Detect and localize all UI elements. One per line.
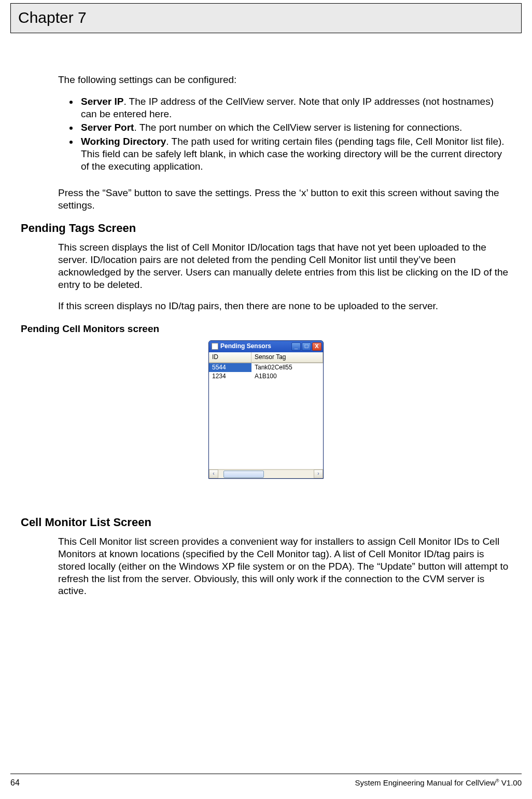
- table-row[interactable]: 5544 Tank02Cell55: [209, 363, 323, 372]
- window-titlebar[interactable]: Pending Sensors _ □ X: [209, 341, 323, 352]
- chapter-title: Chapter 7: [18, 9, 87, 26]
- list-item: Server IP. The IP address of the CellVie…: [79, 95, 508, 120]
- bullet-label: Working Directory: [81, 136, 166, 147]
- section-pending-title: Pending Tags Screen: [21, 221, 511, 236]
- figure-caption: Pending Cell Monitors screen: [21, 323, 511, 335]
- page-footer: 64 System Engineering Manual for CellVie…: [10, 774, 522, 788]
- column-header-id[interactable]: ID: [209, 352, 251, 363]
- cell-tag: Tank02Cell55: [251, 363, 323, 372]
- minimize-icon: _: [295, 343, 298, 350]
- pending-p2: If this screen displays no ID/tag pairs,…: [58, 300, 511, 312]
- list-area[interactable]: 5544 Tank02Cell55 1234 A1B100: [209, 363, 323, 469]
- horizontal-scrollbar[interactable]: ‹ ›: [209, 469, 323, 478]
- cell-id: 5544: [209, 363, 251, 372]
- close-icon: X: [315, 343, 318, 350]
- settings-list: Server IP. The IP address of the CellVie…: [79, 95, 511, 173]
- page-content: The following settings can be configured…: [0, 33, 532, 597]
- figure-wrapper: Pending Sensors _ □ X ID Sensor Tag 5544: [21, 340, 511, 479]
- section-list-title: Cell Monitor List Screen: [21, 515, 511, 530]
- window-title: Pending Sensors: [220, 342, 271, 350]
- list-p1: This Cell Monitor list screen provides a…: [58, 535, 511, 597]
- scroll-left-button[interactable]: ‹: [209, 470, 218, 478]
- footer-text-1: System Engineering Manual for CellView: [355, 778, 496, 787]
- registered-mark: ®: [496, 778, 499, 783]
- app-icon: [212, 343, 218, 350]
- bullet-text: . The IP address of the CellView server.…: [81, 96, 494, 119]
- list-item: Working Directory. The path used for wri…: [79, 135, 508, 172]
- column-header-tag[interactable]: Sensor Tag: [251, 352, 323, 363]
- column-headers: ID Sensor Tag: [209, 352, 323, 363]
- list-item: Server Port. The port number on which th…: [79, 121, 508, 134]
- close-button[interactable]: X: [312, 342, 321, 351]
- table-row[interactable]: 1234 A1B100: [209, 372, 323, 381]
- maximize-icon: □: [305, 343, 309, 350]
- bullet-text: . The port number on which the CellView …: [134, 122, 462, 133]
- minimize-button[interactable]: _: [291, 342, 301, 351]
- scroll-thumb[interactable]: [223, 471, 264, 478]
- pending-p1: This screen displays the list of Cell Mo…: [58, 241, 511, 291]
- cell-id: 1234: [209, 372, 251, 381]
- chevron-left-icon: ‹: [213, 471, 214, 477]
- save-note: Press the “Save” button to save the sett…: [58, 187, 511, 212]
- cell-tag: A1B100: [251, 372, 323, 381]
- footer-doc-title: System Engineering Manual for CellView® …: [355, 778, 522, 787]
- scroll-right-button[interactable]: ›: [314, 470, 323, 478]
- page-number: 64: [10, 778, 20, 788]
- maximize-button[interactable]: □: [302, 342, 311, 351]
- chevron-right-icon: ›: [317, 471, 319, 477]
- scroll-track[interactable]: [218, 470, 314, 478]
- intro-text: The following settings can be configured…: [58, 74, 511, 86]
- chapter-header: Chapter 7: [10, 3, 522, 33]
- pending-sensors-window: Pending Sensors _ □ X ID Sensor Tag 5544: [208, 340, 324, 479]
- bullet-label: Server IP: [81, 96, 123, 107]
- bullet-label: Server Port: [81, 122, 134, 133]
- footer-text-2: V1.00: [499, 778, 522, 787]
